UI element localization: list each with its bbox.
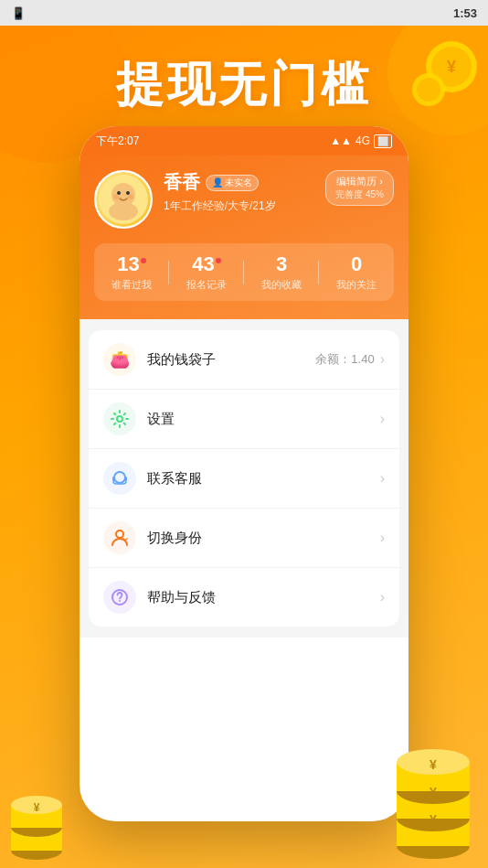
svg-text:¥: ¥	[34, 801, 40, 814]
svg-point-18	[119, 600, 121, 602]
menu-label-support: 联系客服	[147, 470, 380, 488]
profile-row: 香香 👤 未实名 1年工作经验/大专/21岁 编辑简历 › 完善度 45%	[94, 170, 394, 229]
phone-network: 4G	[355, 134, 370, 147]
stat-label-following: 我的关注	[319, 278, 394, 292]
wallet-icon: 👛	[103, 343, 136, 376]
menu-arrow-switch-identity: ›	[380, 530, 385, 546]
stat-dot-views	[141, 258, 146, 263]
menu-item-support[interactable]: 联系客服 ›	[89, 449, 399, 509]
edit-btn-label: 编辑简历 ›	[335, 175, 384, 188]
menu-item-wallet[interactable]: 👛 我的钱袋子 余额：1.40 ›	[89, 330, 399, 390]
phone-battery-icon: ⬜	[374, 134, 392, 148]
status-bar-left: 📱	[11, 6, 26, 20]
coin-decoration-bottom-left: ¥	[0, 773, 73, 868]
settings-icon	[103, 402, 136, 435]
stat-num-following: 0	[319, 252, 394, 276]
menu-card: 👛 我的钱袋子 余额：1.40 › 设置 ›	[89, 330, 399, 627]
badge-text: 未实名	[225, 177, 252, 189]
stat-item-views[interactable]: 13 谁看过我	[94, 252, 169, 292]
menu-arrow-wallet: ›	[380, 351, 385, 368]
profile-name: 香香	[164, 170, 200, 195]
svg-point-9	[126, 191, 130, 195]
menu-label-switch-identity: 切换身份	[147, 530, 380, 547]
hero-title: 提现无门槛	[0, 53, 488, 117]
phone-status-right: ▲▲ 4G ⬜	[330, 134, 392, 148]
stat-item-following[interactable]: 0 我的关注	[319, 252, 394, 292]
menu-item-switch-identity[interactable]: 切换身份 ›	[89, 509, 399, 568]
svg-text:¥: ¥	[430, 812, 437, 827]
svg-text:¥: ¥	[430, 757, 437, 772]
stat-num-favorites: 3	[244, 252, 319, 276]
menu-arrow-help: ›	[380, 589, 385, 605]
phone-signal-icon: ▲▲	[330, 134, 352, 147]
stat-num-applications: 43	[169, 252, 244, 276]
svg-point-7	[109, 202, 138, 220]
menu-extra-wallet: 余额：1.40	[315, 351, 374, 368]
coin-decoration-bottom-right: ¥ ¥ ¥	[383, 745, 483, 868]
phone-time: 下午2:07	[96, 134, 139, 149]
stat-label-views: 谁看过我	[94, 278, 169, 292]
stat-dot-applications	[216, 258, 221, 263]
menu-item-settings[interactable]: 设置 ›	[89, 390, 399, 449]
phone-profile-header: 香香 👤 未实名 1年工作经验/大专/21岁 编辑简历 › 完善度 45%	[80, 155, 408, 319]
svg-point-11	[128, 194, 133, 199]
stat-label-favorites: 我的收藏	[244, 278, 319, 292]
stat-num-views: 13	[94, 252, 169, 276]
stats-row: 13 谁看过我 43 报名记录 3 我的收藏 0 我的关注	[94, 243, 394, 301]
stat-item-favorites[interactable]: 3 我的收藏	[244, 252, 319, 292]
hero-background: ¥ 提现无门槛 下午2:07 ▲▲ 4G ⬜	[0, 26, 488, 868]
svg-rect-14	[112, 477, 115, 481]
device-icon: 📱	[11, 6, 26, 20]
status-bar-right: 1:53	[453, 6, 477, 20]
menu-label-settings: 设置	[147, 411, 380, 428]
phone-status-bar: 下午2:07 ▲▲ 4G ⬜	[80, 126, 408, 155]
profile-info: 香香 👤 未实名 1年工作经验/大专/21岁	[164, 170, 314, 214]
switch-identity-icon	[103, 521, 136, 554]
stat-label-applications: 报名记录	[169, 278, 244, 292]
svg-point-12	[117, 416, 122, 422]
edit-btn-sub: 完善度 45%	[335, 188, 384, 201]
phone-body: 👛 我的钱袋子 余额：1.40 › 设置 ›	[80, 319, 408, 638]
help-icon	[103, 581, 136, 614]
menu-label-wallet: 我的钱袋子	[147, 351, 315, 369]
support-icon	[103, 462, 136, 495]
status-time: 1:53	[453, 6, 477, 20]
svg-text:¥: ¥	[430, 785, 437, 799]
badge-icon: 👤	[212, 177, 223, 188]
stat-item-applications[interactable]: 43 报名记录	[169, 252, 244, 292]
menu-item-help[interactable]: 帮助与反馈 ›	[89, 568, 399, 627]
phone-mockup: 下午2:07 ▲▲ 4G ⬜	[80, 126, 408, 821]
avatar-image	[96, 172, 151, 227]
svg-point-10	[113, 194, 119, 199]
menu-arrow-settings: ›	[380, 411, 385, 427]
svg-point-8	[117, 191, 121, 195]
svg-point-13	[114, 472, 125, 483]
avatar	[94, 170, 153, 229]
svg-point-16	[116, 530, 123, 538]
profile-name-row: 香香 👤 未实名	[164, 170, 314, 195]
edit-resume-button[interactable]: 编辑简历 › 完善度 45%	[325, 170, 394, 206]
profile-badge: 👤 未实名	[206, 175, 259, 191]
device-status-bar: 📱 1:53	[0, 0, 488, 26]
menu-label-help: 帮助与反馈	[147, 589, 380, 606]
svg-rect-15	[124, 477, 127, 481]
profile-subinfo: 1年工作经验/大专/21岁	[164, 198, 314, 214]
menu-arrow-support: ›	[380, 470, 385, 487]
